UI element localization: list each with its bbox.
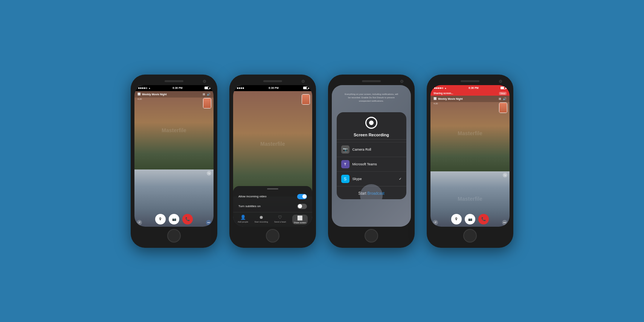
tab-share-screen[interactable]: ⬜ Share screen — [292, 215, 308, 224]
screen-share-icon-4: ⬜ — [433, 97, 437, 100]
small-avatar-1 — [203, 98, 211, 108]
menu-item-subtitles: Turn subtitles on — [233, 201, 312, 211]
skype-checkmark: ✓ — [399, 177, 402, 181]
header-icons-1: ⊞ 🔊 — [203, 93, 211, 96]
small-avatar-4 — [499, 102, 507, 113]
camera-switch-icon-1[interactable]: ↺ — [137, 220, 142, 225]
signal-dot — [442, 87, 443, 89]
phone-4: ▲ 6:36 PM Sharing screen... Stop — [427, 75, 513, 248]
notice-text-3: Everything on your screen, including not… — [343, 93, 400, 103]
tab-add-people[interactable]: 👤 Add people — [238, 215, 248, 224]
phone-speaker-4 — [461, 80, 479, 82]
signal-dot — [146, 87, 147, 89]
more-icon-1[interactable]: ••• — [206, 220, 211, 225]
camera-roll-icon: 📷 — [341, 145, 349, 154]
broadcast-btn-3[interactable]: Start Broadcast — [337, 186, 406, 199]
signal-dot — [434, 87, 436, 89]
sharing-stop-btn-4[interactable]: Stop — [499, 92, 507, 95]
ios-sheet-title-3: Screen Recording — [337, 133, 406, 137]
watermark-1: Masterfile — [162, 127, 186, 133]
phone-body-4: ▲ 6:36 PM Sharing screen... Stop — [427, 75, 513, 248]
home-btn-1[interactable] — [167, 229, 181, 243]
watermark-4: Masterfile — [458, 130, 482, 136]
phone-screen-3: Everything on your screen, including not… — [332, 85, 411, 227]
subtitles-toggle[interactable] — [297, 204, 307, 209]
status-time-1: 6:36 PM — [172, 87, 182, 89]
record-icon-circle-3 — [365, 117, 377, 129]
status-bar-4: ▲ 6:36 PM — [430, 85, 510, 91]
more-icon-4[interactable]: ••• — [502, 220, 507, 225]
ios-option-camera-roll[interactable]: 📷 Camera Roll — [337, 142, 406, 157]
signal-dot — [241, 87, 242, 89]
call-header-1: ⬜ Weekly Movie Night ⊞ 🔊 — [134, 91, 214, 98]
phone-notch-1 — [134, 78, 214, 84]
phone-notch-2 — [233, 78, 312, 84]
menu-handle-2 — [267, 188, 278, 189]
woman-video-2: Masterfile — [233, 91, 312, 197]
status-time-4: 6:36 PM — [469, 87, 478, 89]
speaker-icon-1: 🔊 — [207, 93, 211, 96]
menu-item-incoming-video: Allow incoming video — [233, 192, 312, 201]
video-top-1: Masterfile ⬜ Weekly Movie Night ⊞ 🔊 4:20 — [134, 91, 214, 170]
battery-fill-4 — [501, 87, 504, 89]
woman-video-4: Masterfile — [430, 96, 510, 172]
ios-option-teams[interactable]: T Microsoft Teams — [337, 157, 406, 171]
phone-3: Everything on your screen, including not… — [328, 75, 415, 248]
press-ripple-3 — [360, 184, 383, 199]
incoming-video-toggle[interactable] — [297, 194, 307, 199]
record-dot-3 — [369, 121, 374, 125]
camera-switch-icon-4[interactable]: ↺ — [433, 220, 438, 225]
tab-send-heart[interactable]: ♡ Send a heart — [274, 215, 286, 224]
status-right-2 — [303, 87, 308, 89]
menu-overlay-2: Allow incoming video Turn subtitles on 👤… — [233, 186, 312, 227]
woman-video-1: Masterfile — [134, 91, 214, 170]
speaker-icon-4: 🔊 — [503, 97, 507, 101]
bottom-icons-1: ↺ ••• — [134, 219, 214, 226]
phone-notch-3 — [332, 78, 411, 84]
signal-dot — [138, 87, 140, 89]
grid-icon-4: ⊞ — [499, 97, 501, 101]
home-btn-3[interactable] — [365, 229, 378, 243]
status-bar-1: ▲ 6:36 PM — [134, 85, 214, 91]
battery-fill-2 — [304, 87, 307, 89]
home-btn-2[interactable] — [266, 229, 279, 243]
call-title-4: ⬜ Weekly Movie Night — [433, 97, 463, 100]
teams-icon-3: T — [341, 160, 349, 168]
signal-dot — [243, 87, 244, 89]
grid-icon-1: ⊞ — [203, 93, 205, 96]
phone-speaker-3 — [362, 80, 381, 82]
signal-dot — [140, 87, 142, 89]
battery-icon-4 — [501, 87, 506, 89]
system-screen-3: Everything on your screen, including not… — [332, 85, 411, 227]
video-bottom-1: ✎ 🎙 📷 📞 — [134, 169, 214, 226]
sharing-text-4: Sharing screen... — [433, 92, 453, 95]
phone-body-1: ▲ 6:36 PM Masterfile — [131, 75, 217, 248]
menu-screen-2: Masterfile ✎ Allow incoming video — [233, 91, 312, 227]
status-left-4: ▲ — [434, 87, 447, 89]
controls-area-1: 🎙 📷 📞 ↺ ••• — [134, 212, 214, 227]
watermark-2: Masterfile — [260, 141, 285, 147]
phone-camera-2 — [302, 80, 305, 83]
signal-dot — [142, 87, 143, 89]
phone-speaker-2 — [263, 80, 282, 82]
tab-start-recording[interactable]: ⏺ Start recording — [255, 215, 268, 224]
video-top-2: Masterfile — [233, 91, 312, 197]
call-screen-1: Masterfile ⬜ Weekly Movie Night ⊞ 🔊 4:20 — [134, 91, 214, 227]
share-screen-icon: ⬜ — [297, 215, 303, 221]
small-avatar-2 — [302, 94, 310, 105]
battery-icon-1 — [204, 87, 210, 89]
ios-sheet-3: Screen Recording 📷 Camera Roll T Microso… — [337, 112, 406, 199]
signal-dots-4 — [434, 87, 443, 89]
screen-share-icon-1: ⬜ — [137, 93, 141, 96]
menu-bottom-tabs-2: 👤 Add people ⏺ Start recording ♡ Send a … — [233, 212, 312, 225]
signal-dot — [239, 87, 240, 89]
status-right-4 — [501, 87, 506, 89]
wifi-icon-4: ▲ — [444, 87, 447, 89]
header-icons-4: ⊞ 🔊 — [499, 97, 507, 101]
phone-body-2: 6:36 PM Masterfile — [229, 75, 316, 248]
ios-sheet-header-3 — [337, 112, 406, 133]
add-people-icon: 👤 — [240, 215, 246, 220]
phone-notch-4 — [430, 78, 510, 84]
home-btn-4[interactable] — [463, 229, 477, 243]
status-left-1: ▲ — [138, 87, 151, 89]
